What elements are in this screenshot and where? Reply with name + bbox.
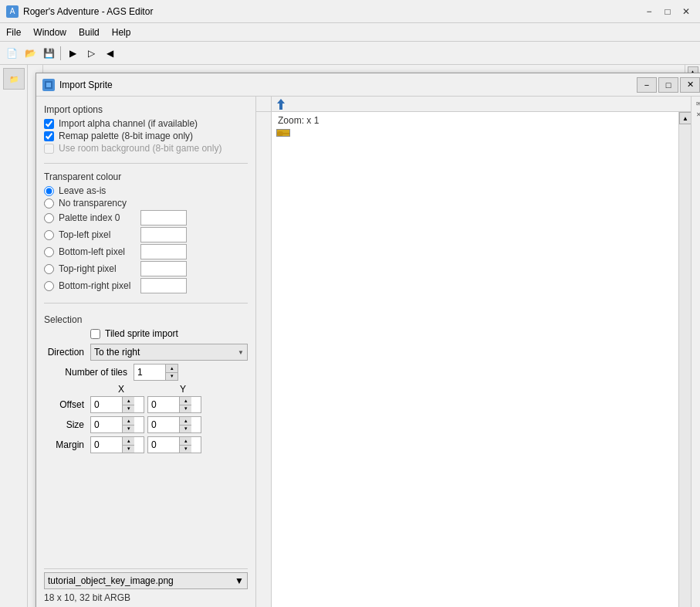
dialog-window-controls: − □ ✕ (637, 77, 700, 93)
close-app-button[interactable]: ✕ (678, 4, 694, 19)
palette-index-input[interactable] (140, 210, 187, 226)
sidebar-item-tree[interactable]: 📁 (3, 68, 25, 90)
menu-help[interactable]: Help (106, 25, 137, 39)
size-x-up[interactable]: ▴ (122, 417, 134, 426)
margin-x-down[interactable]: ▾ (122, 446, 134, 453)
margin-x-up[interactable]: ▴ (122, 437, 134, 446)
offset-x-input[interactable] (91, 397, 122, 412)
num-tiles-input[interactable] (134, 365, 165, 380)
dialog-minimize-btn[interactable]: − (637, 77, 657, 93)
offset-y-up[interactable]: ▴ (179, 397, 191, 405)
tiled-sprite-label: Tiled sprite import (105, 328, 178, 339)
margin-y-input[interactable] (148, 437, 179, 453)
bottom-left-pixel-input[interactable] (140, 244, 187, 259)
use-room-bg-checkbox[interactable] (44, 144, 54, 154)
dialog-close-btn[interactable]: ✕ (680, 77, 700, 93)
toolbar-build2[interactable]: ▷ (83, 45, 100, 62)
offset-x-down[interactable]: ▾ (122, 405, 134, 413)
dialog-title-bar: Import Sprite − □ ✕ (36, 73, 700, 97)
toolbar: 📄 📂 💾 ▶ ▷ ◀ (0, 42, 700, 65)
import-options-label: Import options (44, 104, 248, 115)
menu-window[interactable]: Window (27, 25, 73, 39)
menu-file[interactable]: File (0, 25, 27, 39)
leave-as-is-radio[interactable] (44, 186, 54, 196)
toolbar-open[interactable]: 📂 (22, 45, 39, 62)
margin-y-spin-buttons: ▴ ▾ (179, 437, 191, 453)
top-right-pixel-input[interactable] (140, 261, 187, 276)
num-tiles-up[interactable]: ▴ (165, 365, 178, 373)
direction-row: Direction To the right ▼ (44, 344, 248, 361)
file-section: tutorial_object_key_image.png ▼ 18 x 10,… (44, 565, 248, 607)
tiled-sprite-checkbox[interactable] (90, 329, 100, 339)
main-layout: 📁 Import Sprite − □ (0, 65, 700, 607)
direction-dropdown[interactable]: To the right ▼ (90, 344, 248, 361)
ruler-corner (256, 97, 272, 112)
dialog-maximize-btn[interactable]: □ (658, 77, 678, 93)
margin-x-input[interactable] (91, 437, 122, 453)
size-y-up[interactable]: ▴ (179, 417, 191, 426)
title-bar: A Roger's Adventure - AGS Editor − □ ✕ (0, 0, 700, 23)
size-x-down[interactable]: ▾ (122, 426, 134, 433)
remap-palette-label: Remap palette (8-bit image only) (59, 131, 193, 141)
toolbar-save[interactable]: 💾 (40, 45, 57, 62)
scroll-up-button[interactable]: ▲ (679, 112, 691, 124)
palette-index-radio[interactable] (44, 213, 54, 223)
app-title: Roger's Adventure - AGS Editor (23, 6, 641, 17)
offset-y-spinbox: ▴ ▾ (147, 396, 201, 413)
transparent-colour-label: Transparent colour (44, 171, 248, 182)
margin-y-up[interactable]: ▴ (179, 437, 191, 446)
remap-palette-checkbox[interactable] (44, 131, 54, 141)
transparent-colour-section: Transparent colour Leave as-is No transp… (44, 171, 248, 295)
size-x-spinbox: ▴ ▾ (90, 416, 144, 433)
minimize-button[interactable]: − (641, 4, 657, 19)
sidebar: 📁 (0, 65, 28, 607)
top-right-pixel-label: Top-right pixel (59, 263, 136, 274)
size-y-down[interactable]: ▾ (179, 426, 191, 433)
image-area-row: Zoom: x 1 (256, 112, 691, 607)
tree-icon: 📁 (9, 75, 19, 83)
top-left-pixel-radio[interactable] (44, 230, 54, 240)
direction-label: Direction (44, 347, 90, 358)
margin-y-down[interactable]: ▾ (179, 446, 191, 453)
num-tiles-down[interactable]: ▾ (165, 373, 178, 381)
svg-marker-2 (277, 99, 285, 110)
file-dropdown-arrow: ▼ (235, 575, 244, 586)
alpha-channel-checkbox[interactable] (44, 119, 54, 129)
bottom-left-pixel-row: Bottom-left pixel (44, 244, 248, 259)
file-dropdown[interactable]: tutorial_object_key_image.png ▼ (44, 572, 248, 589)
remap-palette-row: Remap palette (8-bit image only) (44, 131, 248, 141)
image-canvas[interactable]: Zoom: x 1 (272, 112, 691, 607)
top-left-pixel-input[interactable] (140, 227, 187, 242)
offset-y-down[interactable]: ▾ (179, 405, 191, 413)
menu-build[interactable]: Build (73, 25, 106, 39)
offset-x-up[interactable]: ▴ (122, 397, 134, 405)
size-y-spin-buttons: ▴ ▾ (179, 417, 191, 432)
panel-close-x-button[interactable]: ✕ (694, 109, 701, 120)
ruler-top-row (256, 97, 691, 112)
toolbar-build3[interactable]: ◀ (101, 45, 118, 62)
top-right-pixel-radio[interactable] (44, 264, 54, 274)
bottom-right-pixel-radio[interactable] (44, 281, 54, 291)
use-room-bg-label: Use room background (8-bit game only) (59, 143, 221, 154)
num-tiles-label: Number of tiles (44, 367, 134, 378)
palette-index-row: Palette index 0 (44, 210, 248, 226)
ruler-marker (276, 97, 286, 111)
y-column-header: Y (152, 384, 214, 395)
offset-y-input[interactable] (148, 397, 179, 412)
toolbar-build1[interactable]: ▶ (64, 45, 81, 62)
bottom-right-pixel-input[interactable] (140, 278, 187, 293)
num-tiles-spinbox: ▴ ▾ (134, 364, 178, 381)
offset-row: Offset ▴ ▾ ▴ (44, 396, 248, 413)
panel-pin-button[interactable]: ✉ (694, 98, 701, 109)
num-tiles-spin-buttons: ▴ ▾ (165, 365, 178, 380)
no-transparency-radio[interactable] (44, 198, 54, 209)
size-y-input[interactable] (148, 417, 179, 432)
bottom-left-pixel-radio[interactable] (44, 247, 54, 257)
margin-y-spinbox: ▴ ▾ (147, 436, 201, 453)
tiled-sprite-row: Tiled sprite import (44, 328, 248, 339)
maximize-button[interactable]: □ (660, 4, 675, 19)
xy-header-row: X Y (44, 384, 248, 395)
bottom-right-pixel-row: Bottom-right pixel (44, 278, 248, 293)
size-x-input[interactable] (91, 417, 122, 432)
toolbar-new[interactable]: 📄 (3, 45, 20, 62)
